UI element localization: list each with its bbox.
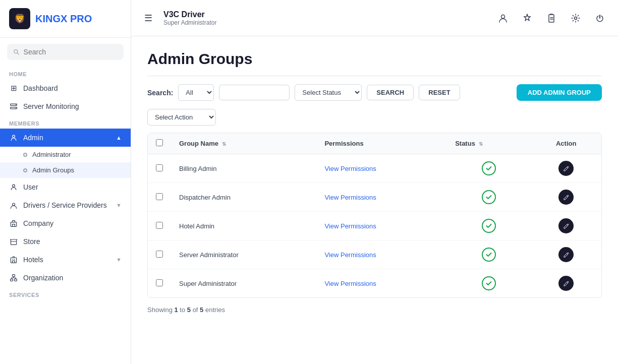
edit-button-4[interactable] xyxy=(558,276,574,291)
status-sort-icon[interactable]: ⇅ xyxy=(479,141,483,147)
row-select-4[interactable] xyxy=(156,279,163,286)
view-permissions-link-4[interactable]: View Permissions xyxy=(324,280,376,287)
header-subtitle: Super Administrator xyxy=(163,19,487,26)
row-group-name-1: Dispatcher Admin xyxy=(171,183,316,212)
sidebar-item-company[interactable]: Company xyxy=(0,214,131,232)
row-action-0 xyxy=(531,154,601,183)
section-home: HOME xyxy=(0,66,131,79)
search-box[interactable] xyxy=(7,44,124,60)
row-checkbox-3 xyxy=(148,240,171,269)
sidebar-label-server-monitoring: Server Monitoring xyxy=(23,102,122,110)
search-icon xyxy=(13,48,20,55)
status-check-icon-4 xyxy=(482,276,496,290)
table-header-action: Action xyxy=(531,133,601,154)
table-row: Super Administrator View Permissions xyxy=(148,269,601,298)
row-checkbox-4 xyxy=(148,269,171,298)
action-bar: Select Action Delete Activate Deactivate xyxy=(147,109,602,126)
sidebar-item-hotels[interactable]: Hotels ▼ xyxy=(0,251,131,269)
alert-button[interactable] xyxy=(519,10,535,26)
logo-icon: 🦁 xyxy=(9,8,30,29)
section-services: SERVICES xyxy=(0,287,131,300)
edit-button-0[interactable] xyxy=(558,161,574,176)
logo-text: KINGX PRO xyxy=(35,13,92,25)
sidebar-item-store[interactable]: Store xyxy=(0,232,131,251)
svg-point-20 xyxy=(575,17,577,19)
status-check-icon-1 xyxy=(482,190,496,204)
clipboard-button[interactable] xyxy=(543,10,559,26)
admin-chevron-icon: ▲ xyxy=(116,135,122,141)
row-group-name-2: Hotel Admin xyxy=(171,212,316,240)
sidebar-subitem-admin-groups[interactable]: Admin Groups xyxy=(0,162,131,178)
view-permissions-link-0[interactable]: View Permissions xyxy=(324,165,376,172)
svg-point-8 xyxy=(13,203,15,206)
svg-rect-12 xyxy=(14,259,15,260)
edit-button-2[interactable] xyxy=(558,218,574,233)
sidebar-item-organization[interactable]: Organization xyxy=(0,269,131,287)
svg-point-7 xyxy=(13,185,15,187)
row-status-1 xyxy=(447,183,531,212)
row-select-1[interactable] xyxy=(156,193,163,200)
power-button[interactable] xyxy=(592,10,608,26)
row-action-4 xyxy=(531,269,601,298)
row-action-3 xyxy=(531,240,601,269)
sidebar-item-label: Dashboard xyxy=(23,84,122,92)
sidebar-label-user: User xyxy=(23,183,122,191)
row-select-3[interactable] xyxy=(156,251,163,258)
sort-icon[interactable]: ⇅ xyxy=(222,141,226,147)
search-input[interactable] xyxy=(24,48,118,56)
sidebar-item-server-monitoring[interactable]: Server Monitoring xyxy=(0,97,131,115)
search-filter-select[interactable]: All xyxy=(178,84,214,101)
search-text-input[interactable] xyxy=(219,85,290,100)
row-group-name-3: Server Administrator xyxy=(171,240,316,269)
add-admin-group-button[interactable]: ADD ADMIN GROUP xyxy=(517,84,602,101)
menu-button[interactable]: ☰ xyxy=(141,10,155,27)
row-group-name-4: Super Administrator xyxy=(171,269,316,298)
sidebar-label-admin: Admin xyxy=(23,134,111,142)
svg-rect-17 xyxy=(549,15,554,22)
drivers-chevron-icon: ▼ xyxy=(116,202,122,208)
table-header-group-name: Group Name ⇅ xyxy=(171,133,316,154)
hotels-icon xyxy=(9,255,18,264)
gear-button[interactable] xyxy=(568,10,584,26)
row-checkbox-1 xyxy=(148,183,171,212)
sidebar-label-drivers: Drivers / Service Providers xyxy=(23,201,111,209)
showing-info: Showing 1 to 5 of 5 entries xyxy=(147,306,602,314)
row-status-0 xyxy=(447,154,531,183)
sidebar: 🦁 KINGX PRO HOME ⊞ Dashboard Server Moni… xyxy=(0,0,131,364)
store-icon xyxy=(9,237,18,246)
row-status-2 xyxy=(447,212,531,240)
action-select[interactable]: Select Action Delete Activate Deactivate xyxy=(147,109,216,126)
edit-button-3[interactable] xyxy=(558,247,574,262)
header-title-area: V3C Driver Super Administrator xyxy=(163,10,487,26)
row-permissions-2: View Permissions xyxy=(316,212,447,240)
search-status-select[interactable]: Select Status Active Inactive xyxy=(295,84,362,101)
row-action-1 xyxy=(531,183,601,212)
sidebar-item-dashboard[interactable]: ⊞ Dashboard xyxy=(0,79,131,97)
view-permissions-link-1[interactable]: View Permissions xyxy=(324,194,376,201)
edit-button-1[interactable] xyxy=(558,190,574,205)
select-all-checkbox[interactable] xyxy=(156,139,163,146)
status-check-icon-2 xyxy=(482,219,496,233)
sidebar-item-admin[interactable]: Admin ▲ xyxy=(0,129,131,147)
header: ☰ V3C Driver Super Administrator xyxy=(131,0,618,36)
row-status-4 xyxy=(447,269,531,298)
logo-area: 🦁 KINGX PRO xyxy=(0,0,131,38)
search-label: Search: xyxy=(147,89,173,97)
table-header-checkbox xyxy=(148,133,171,154)
row-checkbox-0 xyxy=(148,154,171,183)
showing-from: 1 xyxy=(174,306,178,314)
sidebar-subitem-administrator[interactable]: Administrator xyxy=(0,147,131,162)
company-icon xyxy=(9,219,18,228)
sidebar-item-user[interactable]: User xyxy=(0,178,131,196)
section-members: MEMBERS xyxy=(0,115,131,129)
reset-button[interactable]: RESET xyxy=(419,85,460,100)
row-select-0[interactable] xyxy=(156,164,163,171)
sidebar-label-store: Store xyxy=(23,237,122,246)
page-content: Admin Groups Search: All Select Status A… xyxy=(131,36,618,364)
search-button[interactable]: SEARCH xyxy=(367,85,414,100)
sidebar-item-drivers-service-providers[interactable]: Drivers / Service Providers ▼ xyxy=(0,196,131,214)
user-profile-button[interactable] xyxy=(495,10,511,26)
view-permissions-link-3[interactable]: View Permissions xyxy=(324,251,376,259)
row-select-2[interactable] xyxy=(156,222,163,229)
view-permissions-link-2[interactable]: View Permissions xyxy=(324,222,376,230)
